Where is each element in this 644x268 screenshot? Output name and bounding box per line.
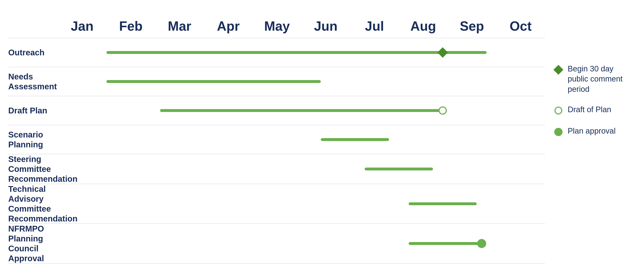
gantt-row: NFRMPO PlanningCouncil Approval (8, 224, 545, 264)
row-label: Draft Plan (8, 106, 58, 116)
month-label-aug: Aug (399, 18, 448, 34)
legend-text: Plan approval (568, 126, 616, 136)
gantt-bar (160, 109, 443, 112)
gantt-bar (409, 242, 482, 245)
gantt-row: Outreach (8, 38, 545, 67)
row-label: Steering CommitteeRecommendation (8, 154, 58, 184)
legend-section: Begin 30 day public comment periodDraft … (545, 18, 632, 264)
gantt-row: Technical AdvisoryCommittee Recommendati… (8, 184, 545, 224)
month-label-feb: Feb (106, 18, 155, 34)
gantt-bar (106, 51, 486, 54)
legend-item: Draft of Plan (553, 105, 632, 116)
bar-area (58, 154, 545, 183)
month-label-jan: Jan (58, 18, 106, 34)
bar-area (58, 96, 545, 125)
month-label-sep: Sep (448, 18, 496, 34)
month-label-jun: Jun (301, 18, 350, 34)
legend-item: Begin 30 day public comment period (553, 64, 632, 94)
month-label-jul: Jul (350, 18, 399, 34)
gantt-rows: OutreachNeeds AssessmentDraft PlanScenar… (8, 38, 545, 264)
diamond-marker (438, 47, 448, 58)
month-label-may: May (253, 18, 301, 34)
gantt-bar (409, 202, 477, 205)
gantt-bar (365, 167, 433, 170)
row-label: NFRMPO PlanningCouncil Approval (8, 224, 58, 263)
circle-open-marker (438, 106, 447, 115)
bar-area (58, 125, 545, 154)
legend-text: Begin 30 day public comment period (568, 64, 632, 94)
chart-area: JanFebMarAprMayJunJulAugSepOct OutreachN… (8, 18, 632, 264)
page-container: JanFebMarAprMayJunJulAugSepOct OutreachN… (0, 0, 644, 268)
month-label-mar: Mar (155, 18, 204, 34)
row-label: Needs Assessment (8, 72, 58, 91)
gantt-bar (321, 138, 389, 141)
legend-text: Draft of Plan (568, 105, 611, 115)
bar-area (58, 38, 545, 67)
gantt-row: Needs Assessment (8, 67, 545, 96)
legend-circle-filled-icon (554, 128, 562, 136)
gantt-section: JanFebMarAprMayJunJulAugSepOct OutreachN… (8, 18, 545, 264)
gantt-row: Draft Plan (8, 96, 545, 125)
gantt-row: Scenario Planning (8, 125, 545, 154)
row-label: Outreach (8, 48, 58, 57)
gantt-bar (106, 80, 321, 83)
header-row: JanFebMarAprMayJunJulAugSepOct (8, 18, 545, 34)
legend-circle-open-icon (554, 107, 562, 115)
gantt-row: Steering CommitteeRecommendation (8, 154, 545, 184)
bar-area (58, 229, 545, 258)
month-label-apr: Apr (204, 18, 253, 34)
circle-filled-marker (477, 239, 486, 248)
month-label-oct: Oct (496, 18, 545, 34)
bar-area (58, 189, 545, 218)
row-label: Technical AdvisoryCommittee Recommendati… (8, 184, 58, 224)
legend-diamond-icon (554, 65, 563, 75)
row-label: Scenario Planning (8, 130, 58, 149)
months-header: JanFebMarAprMayJunJulAugSepOct (58, 18, 545, 34)
legend-item: Plan approval (553, 126, 632, 137)
bar-area (58, 67, 545, 96)
